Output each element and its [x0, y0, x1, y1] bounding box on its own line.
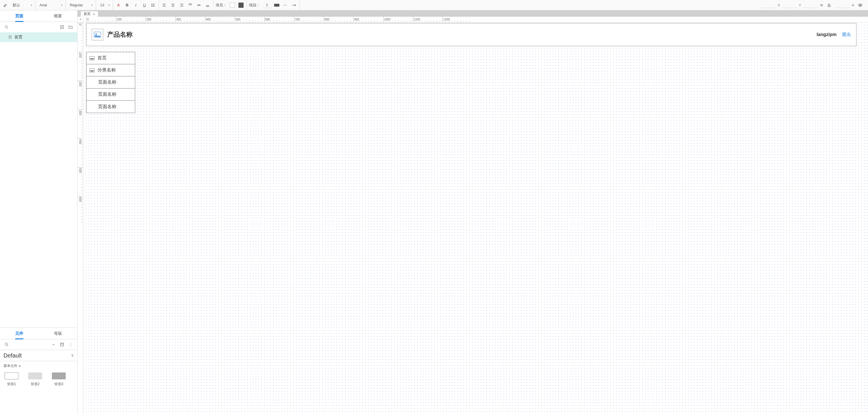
mock-header[interactable]: 产品名称 langzipm 退出: [86, 23, 857, 46]
search-widgets-icon[interactable]: [3, 341, 10, 348]
pos-x-input[interactable]: [761, 2, 777, 8]
library-name: Default: [3, 352, 22, 359]
svg-point-25: [5, 26, 7, 28]
widgets-panel-tabs: 元件 母版: [0, 328, 77, 339]
font-family-label: Arial: [39, 3, 47, 7]
font-size-value: 13: [100, 3, 104, 7]
ruler-vertical[interactable]: 0100200300400500600: [78, 23, 83, 414]
font-weight-select[interactable]: Regular ▾: [67, 1, 94, 9]
align-left-button[interactable]: [161, 1, 168, 9]
menu-item-label: 页面名称: [98, 104, 117, 110]
valign-bottom-button[interactable]: [204, 1, 211, 9]
tab-widgets[interactable]: 元件: [0, 328, 39, 339]
format-toolbar: 默认 ▾ Arial ▾ Regular ▾ 13 ▾ A B I: [0, 0, 868, 10]
ruler-corner[interactable]: ✦: [78, 17, 83, 23]
fill-label: 填充：: [215, 3, 227, 8]
mock-product-title: 产品名称: [107, 30, 133, 39]
align-center-button[interactable]: [169, 1, 177, 9]
widget-rect3[interactable]: 矩形3: [52, 373, 66, 387]
svg-point-38: [95, 33, 97, 35]
widget-label: 矩形1: [7, 382, 16, 387]
y-label: Y: [799, 3, 801, 7]
font-size-select[interactable]: 13 ▾: [98, 1, 111, 9]
bullet-list-button[interactable]: [149, 1, 157, 9]
x-label: X: [778, 3, 780, 7]
underline-button[interactable]: U: [141, 1, 148, 9]
chevron-down-icon: ▾: [91, 4, 93, 7]
line-arrow-button[interactable]: [290, 1, 298, 9]
page-icon: [8, 35, 12, 39]
menu-item-home[interactable]: 首页: [87, 52, 135, 64]
widget-label: 矩形2: [31, 382, 40, 387]
add-folder-icon[interactable]: [67, 24, 74, 30]
size-h-input[interactable]: [835, 2, 851, 8]
valign-middle-button[interactable]: [195, 1, 203, 9]
section-title-label: 基本元件: [3, 363, 17, 369]
add-widget-icon[interactable]: ＋: [50, 341, 57, 348]
svg-point-33: [5, 343, 7, 345]
line-width-input[interactable]: [262, 2, 272, 8]
style-select[interactable]: 默认 ▾: [10, 1, 33, 9]
menu-item-category[interactable]: 分类名称: [87, 64, 135, 76]
pages-panel-tabs: 页面 概要: [0, 10, 77, 22]
lock-aspect-icon[interactable]: [825, 1, 833, 9]
style-select-label: 默认: [13, 3, 20, 8]
edit-style-icon[interactable]: [2, 1, 9, 9]
line-style-button[interactable]: [282, 1, 289, 9]
library-icon[interactable]: [59, 341, 65, 348]
add-page-icon[interactable]: [59, 24, 65, 30]
library-select[interactable]: Default ⇅: [0, 350, 77, 361]
widget-rect1[interactable]: 矩形1: [5, 373, 19, 387]
svg-rect-36: [61, 343, 64, 344]
valign-top-button[interactable]: [187, 1, 194, 9]
fill-color2-button[interactable]: [237, 1, 245, 9]
tab-masters[interactable]: 母版: [39, 328, 77, 339]
search-icon[interactable]: [3, 24, 10, 30]
chevron-down-icon: ▼: [19, 365, 21, 368]
widget-label: 矩形3: [55, 382, 63, 387]
text-color-button[interactable]: A: [115, 1, 122, 9]
page-item-home[interactable]: 首页: [0, 32, 77, 42]
chevron-down-icon: ▾: [108, 4, 110, 7]
page-item-label: 首页: [14, 35, 23, 40]
mock-logout-link[interactable]: 退出: [842, 32, 851, 38]
menu-item-label: 分类名称: [97, 67, 116, 73]
document-tab-home[interactable]: 首页 ×: [81, 11, 98, 17]
size-w-input[interactable]: [803, 2, 819, 8]
basic-shapes-section[interactable]: 基本元件 ▼: [0, 361, 77, 371]
svg-rect-23: [828, 5, 830, 7]
tab-pages[interactable]: 页面: [0, 10, 39, 22]
bold-button[interactable]: B: [123, 1, 131, 9]
font-weight-label: Regular: [70, 3, 83, 7]
close-tab-icon[interactable]: ×: [93, 12, 95, 16]
rect3-icon: [52, 373, 66, 379]
svg-point-4: [152, 6, 152, 6]
menu-item-page-1[interactable]: 页面名称: [87, 76, 135, 89]
ruler-horizontal[interactable]: 0100200300400500600700800900100011001200: [83, 17, 868, 23]
font-family-select[interactable]: Arial ▾: [37, 1, 64, 9]
canvas[interactable]: 产品名称 langzipm 退出 首页 分类名称: [83, 23, 868, 414]
pos-y-input[interactable]: [782, 2, 798, 8]
visibility-icon[interactable]: [857, 1, 864, 9]
menu-item-label: 首页: [97, 55, 107, 61]
menu-item-page-3[interactable]: 页面名称: [87, 101, 135, 113]
image-placeholder-icon: [92, 29, 103, 40]
image-placeholder-icon: [89, 56, 95, 60]
widget-rect2[interactable]: 矩形2: [28, 373, 42, 387]
w-label: W: [820, 3, 823, 7]
document-tab-label: 首页: [84, 11, 91, 17]
italic-button[interactable]: I: [132, 1, 140, 9]
chevron-updown-icon: ⇅: [71, 354, 74, 357]
fill-color-button[interactable]: [228, 1, 236, 9]
svg-point-0: [152, 4, 152, 4]
more-icon[interactable]: ⋮: [67, 341, 74, 348]
menu-item-page-2[interactable]: 页面名称: [87, 89, 135, 101]
line-color-button[interactable]: [273, 1, 280, 9]
mock-side-menu[interactable]: 首页 分类名称 页面名称 页面名称 页面名称: [86, 52, 135, 113]
tab-outline[interactable]: 概要: [39, 10, 77, 22]
menu-item-label: 页面名称: [98, 79, 117, 85]
chevron-down-icon: ▾: [61, 4, 63, 7]
page-list: 首页: [0, 32, 77, 327]
align-right-button[interactable]: [178, 1, 185, 9]
document-tab-bar: 首页 ×: [78, 10, 868, 17]
